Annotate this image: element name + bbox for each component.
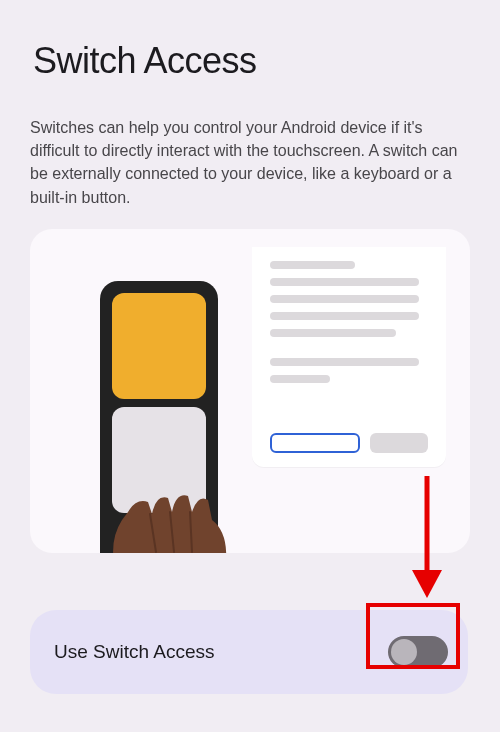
switch-thumb xyxy=(391,639,417,665)
doc-button-secondary xyxy=(370,433,428,453)
use-switch-access-label: Use Switch Access xyxy=(54,641,215,663)
page-description: Switches can help you control your Andro… xyxy=(30,116,470,209)
document-illustration xyxy=(252,247,446,467)
use-switch-access-card[interactable]: Use Switch Access xyxy=(30,610,468,694)
phone-screen-top xyxy=(112,293,206,399)
doc-button-primary xyxy=(270,433,360,453)
use-switch-access-toggle[interactable] xyxy=(388,636,448,668)
svg-marker-1 xyxy=(412,570,442,598)
illustration xyxy=(30,247,470,553)
hand-illustration xyxy=(86,442,266,553)
page-title: Switch Access xyxy=(33,40,470,82)
illustration-card xyxy=(30,229,470,553)
settings-page: Switch Access Switches can help you cont… xyxy=(0,0,500,553)
